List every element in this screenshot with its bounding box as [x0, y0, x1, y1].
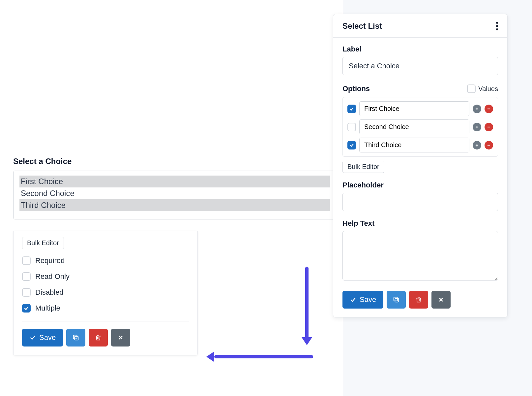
placeholder-heading: Placeholder — [342, 181, 498, 189]
add-option-button[interactable] — [473, 105, 481, 113]
remove-option-button[interactable] — [485, 123, 493, 131]
option-text-input[interactable] — [359, 101, 469, 116]
placeholder-input[interactable] — [342, 193, 498, 211]
remove-option-button[interactable] — [485, 141, 493, 149]
config-panel-title: Select List — [342, 21, 382, 31]
delete-button[interactable] — [89, 329, 108, 346]
disabled-label: Disabled — [35, 288, 64, 297]
multiple-label: Multiple — [35, 304, 60, 313]
close-icon — [438, 296, 444, 303]
add-option-button[interactable] — [473, 141, 481, 149]
remove-option-button[interactable] — [485, 105, 493, 113]
svg-rect-3 — [394, 297, 398, 301]
annotation-arrow-left — [208, 353, 313, 360]
values-label: Values — [478, 85, 498, 93]
trash-icon — [95, 334, 102, 341]
duplicate-button[interactable] — [387, 291, 406, 309]
field-attributes-panel: Bulk Editor Required Read Only Disabled … — [13, 231, 198, 355]
select-list-preview[interactable]: First ChoiceSecond ChoiceThird Choice — [13, 171, 336, 219]
option-default-checkbox[interactable] — [347, 105, 356, 113]
bulk-editor-button[interactable]: Bulk Editor — [22, 237, 64, 249]
add-option-button[interactable] — [473, 123, 481, 131]
svg-rect-1 — [74, 335, 77, 339]
field-preview: Select a Choice First ChoiceSecond Choic… — [13, 157, 336, 219]
option-row — [347, 138, 493, 152]
option-default-checkbox[interactable] — [347, 141, 356, 149]
save-button-label: Save — [360, 295, 376, 304]
duplicate-button[interactable] — [66, 329, 85, 346]
copy-icon — [72, 334, 79, 341]
option-text-input[interactable] — [359, 138, 469, 152]
required-checkbox[interactable] — [22, 256, 31, 265]
read-only-checkbox[interactable] — [22, 272, 31, 281]
svg-rect-2 — [395, 298, 399, 302]
select-option[interactable]: First Choice — [19, 176, 330, 187]
save-button-label: Save — [39, 333, 56, 342]
disabled-checkbox[interactable] — [22, 288, 31, 297]
help-text-input[interactable] — [342, 231, 498, 280]
more-menu-icon[interactable] — [496, 22, 498, 30]
trash-icon — [415, 296, 422, 303]
option-default-checkbox[interactable] — [347, 123, 356, 131]
divider — [22, 321, 189, 321]
check-icon — [29, 334, 36, 341]
select-option[interactable]: Third Choice — [19, 199, 330, 211]
required-label: Required — [35, 256, 65, 265]
close-icon — [117, 334, 124, 341]
annotation-arrow-down — [303, 267, 310, 346]
svg-rect-0 — [74, 336, 78, 340]
copy-icon — [393, 296, 400, 303]
save-button[interactable]: Save — [342, 291, 383, 309]
check-icon — [350, 296, 356, 303]
option-row — [347, 119, 493, 134]
close-button[interactable] — [111, 329, 130, 346]
field-config-panel: Select List Label Options Values Bulk Ed… — [333, 14, 508, 317]
help-text-heading: Help Text — [342, 219, 498, 228]
bulk-editor-button[interactable]: Bulk Editor — [342, 161, 384, 173]
select-option[interactable]: Second Choice — [19, 187, 330, 199]
options-heading: Options — [342, 84, 370, 93]
label-input[interactable] — [342, 57, 498, 75]
multiple-checkbox[interactable] — [22, 304, 31, 313]
option-text-input[interactable] — [359, 119, 469, 134]
save-button[interactable]: Save — [22, 329, 63, 346]
label-heading: Label — [342, 45, 498, 53]
values-checkbox[interactable] — [467, 84, 476, 93]
preview-label: Select a Choice — [13, 157, 336, 166]
close-button[interactable] — [431, 291, 451, 309]
options-list — [342, 97, 498, 157]
delete-button[interactable] — [409, 291, 428, 309]
read-only-label: Read Only — [35, 272, 70, 281]
option-row — [347, 101, 493, 116]
